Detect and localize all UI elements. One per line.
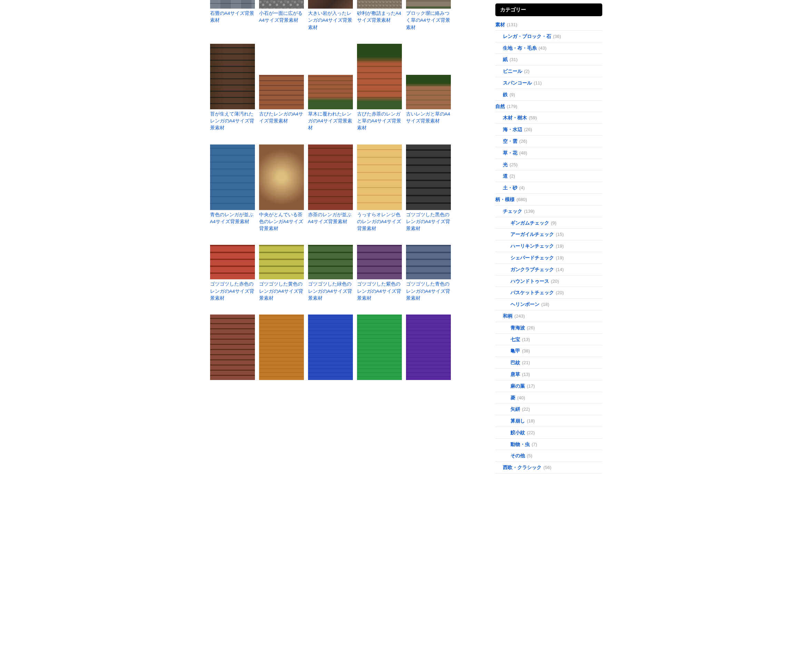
thumbnail-image[interactable] bbox=[210, 245, 255, 279]
item-title[interactable]: 中央がとんでいる茶色のレンガA4サイズ背景素材 bbox=[259, 212, 304, 232]
category-link[interactable]: 七宝 bbox=[511, 336, 520, 342]
item-title[interactable]: 古びた赤茶のレンガと草のA4サイズ背景素材 bbox=[357, 111, 402, 132]
thumbnail-image[interactable] bbox=[308, 245, 353, 279]
thumbnail-image[interactable] bbox=[357, 0, 402, 8]
grid-item[interactable] bbox=[308, 314, 353, 380]
thumbnail-image[interactable] bbox=[210, 145, 255, 210]
item-title[interactable]: 大きい岩が入ったレンガのA4サイズ背景素材 bbox=[308, 10, 353, 31]
grid-item[interactable]: 砂利が敷詰まったA4サイズ背景素材 bbox=[357, 0, 402, 31]
grid-item[interactable]: ゴツゴツした紫色のレンガのA4サイズ背景素材 bbox=[357, 245, 402, 302]
thumbnail-image[interactable] bbox=[357, 145, 402, 210]
category-link[interactable]: レンガ・ブロック・石 bbox=[503, 34, 551, 39]
category-link[interactable]: 柄・模様 bbox=[495, 197, 514, 202]
category-link[interactable]: ハーリキンチェック bbox=[511, 243, 554, 249]
category-link[interactable]: 動物・虫 bbox=[511, 441, 530, 447]
grid-item[interactable]: 草木に覆われたレンガのA4サイズ背景素材 bbox=[308, 44, 353, 132]
thumbnail-image[interactable] bbox=[406, 245, 451, 279]
grid-item[interactable]: ゴツゴツした赤色のレンガのA4サイズ背景素材 bbox=[210, 245, 255, 302]
thumbnail-image[interactable] bbox=[259, 145, 304, 210]
grid-item[interactable]: 大きい岩が入ったレンガのA4サイズ背景素材 bbox=[308, 0, 353, 31]
category-link[interactable]: 算崩し bbox=[511, 418, 525, 424]
grid-item[interactable]: 石畳のA4サイズ背景素材 bbox=[210, 0, 255, 31]
category-link[interactable]: 海・水辺 bbox=[503, 126, 522, 132]
item-title[interactable]: うっすらオレンジ色のレンガのA4サイズ背景素材 bbox=[357, 212, 402, 232]
thumbnail-image[interactable] bbox=[406, 0, 451, 8]
item-title[interactable]: ブロック塀に絡みつく草のA4サイズ背景素材 bbox=[406, 10, 451, 31]
grid-item[interactable]: 古びた赤茶のレンガと草のA4サイズ背景素材 bbox=[357, 44, 402, 132]
thumbnail-image[interactable] bbox=[210, 0, 255, 8]
category-link[interactable]: シェパードチェック bbox=[511, 255, 554, 261]
category-link[interactable]: ヘリンボーン bbox=[511, 301, 540, 307]
category-link[interactable]: 草・花 bbox=[503, 150, 518, 156]
category-link[interactable]: 菱 bbox=[511, 395, 515, 400]
grid-item[interactable]: 小石が一面に広がるA4サイズ背景素材 bbox=[259, 0, 304, 31]
grid-item[interactable]: 赤茶のレンガが並ぶA4サイズ背景素材 bbox=[308, 145, 353, 232]
category-link[interactable]: 西欧・クラシック bbox=[503, 464, 541, 470]
item-title[interactable]: 石畳のA4サイズ背景素材 bbox=[210, 10, 255, 24]
grid-item[interactable]: 青色のレンガが並ぶA4サイズ背景素材 bbox=[210, 145, 255, 232]
item-title[interactable]: 苔が生えて薄汚れたレンガのA4サイズ背景素材 bbox=[210, 111, 255, 132]
category-link[interactable]: スパンコール bbox=[503, 80, 532, 86]
category-link[interactable]: ビニール bbox=[503, 68, 522, 74]
thumbnail-image[interactable] bbox=[406, 75, 451, 109]
category-link[interactable]: ハウンドトゥース bbox=[511, 278, 549, 284]
category-link[interactable]: 亀甲 bbox=[511, 348, 520, 353]
thumbnail-image[interactable] bbox=[357, 314, 402, 380]
item-title[interactable]: ゴツゴツした紫色のレンガのA4サイズ背景素材 bbox=[357, 281, 402, 302]
item-title[interactable]: 小石が一面に広がるA4サイズ背景素材 bbox=[259, 10, 304, 24]
grid-item[interactable]: ゴツゴツした黒色のレンガのA4サイズ背景素材 bbox=[406, 145, 451, 232]
item-title[interactable]: 古いレンガと草のA4サイズ背景素材 bbox=[406, 111, 451, 125]
grid-item[interactable] bbox=[406, 314, 451, 380]
thumbnail-image[interactable] bbox=[406, 314, 451, 380]
thumbnail-image[interactable] bbox=[210, 314, 255, 380]
grid-item[interactable]: ゴツゴツした緑色のレンガのA4サイズ背景素材 bbox=[308, 245, 353, 302]
category-link[interactable]: ギンガムチェック bbox=[511, 220, 549, 225]
category-link[interactable]: 麻の葉 bbox=[511, 383, 525, 388]
category-link[interactable]: 矢絣 bbox=[511, 406, 520, 412]
category-link[interactable]: 紙 bbox=[503, 57, 508, 62]
thumbnail-image[interactable] bbox=[259, 245, 304, 279]
category-link[interactable]: 自然 bbox=[495, 103, 505, 109]
category-link[interactable]: 空・雲 bbox=[503, 138, 518, 144]
grid-item[interactable]: 中央がとんでいる茶色のレンガA4サイズ背景素材 bbox=[259, 145, 304, 232]
thumbnail-image[interactable] bbox=[210, 44, 255, 109]
thumbnail-image[interactable] bbox=[308, 0, 353, 8]
thumbnail-image[interactable] bbox=[259, 314, 304, 380]
thumbnail-image[interactable] bbox=[357, 245, 402, 279]
item-title[interactable]: 青色のレンガが並ぶA4サイズ背景素材 bbox=[210, 212, 255, 225]
category-link[interactable]: 光 bbox=[503, 162, 508, 167]
category-link[interactable]: 鉄 bbox=[503, 92, 508, 97]
category-link[interactable]: 青海波 bbox=[511, 325, 525, 330]
item-title[interactable]: ゴツゴツした緑色のレンガのA4サイズ背景素材 bbox=[308, 281, 353, 302]
item-title[interactable]: ゴツゴツした青色のレンガのA4サイズ背景素材 bbox=[406, 281, 451, 302]
grid-item[interactable] bbox=[259, 314, 304, 380]
item-title[interactable]: ゴツゴツした黒色のレンガのA4サイズ背景素材 bbox=[406, 212, 451, 232]
category-link[interactable]: 唐草 bbox=[511, 371, 520, 377]
thumbnail-image[interactable] bbox=[308, 314, 353, 380]
thumbnail-image[interactable] bbox=[259, 75, 304, 109]
grid-item[interactable]: ゴツゴツした黄色のレンガのA4サイズ背景素材 bbox=[259, 245, 304, 302]
category-link[interactable]: 和柄 bbox=[503, 313, 513, 319]
category-link[interactable]: チェック bbox=[503, 208, 522, 214]
category-link[interactable]: 木材・樹木 bbox=[503, 115, 527, 120]
thumbnail-image[interactable] bbox=[308, 75, 353, 109]
category-link[interactable]: 土・砂 bbox=[503, 185, 518, 190]
category-link[interactable]: 巴紋 bbox=[511, 360, 520, 365]
category-link[interactable]: アーガイルチェック bbox=[511, 231, 554, 237]
item-title[interactable]: ゴツゴツした赤色のレンガのA4サイズ背景素材 bbox=[210, 281, 255, 302]
item-title[interactable]: 赤茶のレンガが並ぶA4サイズ背景素材 bbox=[308, 212, 353, 225]
grid-item[interactable]: ゴツゴツした青色のレンガのA4サイズ背景素材 bbox=[406, 245, 451, 302]
item-title[interactable]: 草木に覆われたレンガのA4サイズ背景素材 bbox=[308, 111, 353, 132]
category-link[interactable]: 道 bbox=[503, 173, 508, 179]
thumbnail-image[interactable] bbox=[406, 145, 451, 210]
category-link[interactable]: その他 bbox=[511, 453, 525, 458]
category-link[interactable]: バスケットチェック bbox=[511, 290, 554, 295]
thumbnail-image[interactable] bbox=[308, 145, 353, 210]
grid-item[interactable]: ブロック塀に絡みつく草のA4サイズ背景素材 bbox=[406, 0, 451, 31]
category-link[interactable]: ガンクラブチェック bbox=[511, 267, 554, 272]
grid-item[interactable]: うっすらオレンジ色のレンガのA4サイズ背景素材 bbox=[357, 145, 402, 232]
grid-item[interactable] bbox=[210, 314, 255, 380]
category-link[interactable]: 素材 bbox=[495, 22, 505, 27]
grid-item[interactable]: 古いレンガと草のA4サイズ背景素材 bbox=[406, 44, 451, 132]
category-link[interactable]: 鮫小紋 bbox=[511, 430, 525, 435]
